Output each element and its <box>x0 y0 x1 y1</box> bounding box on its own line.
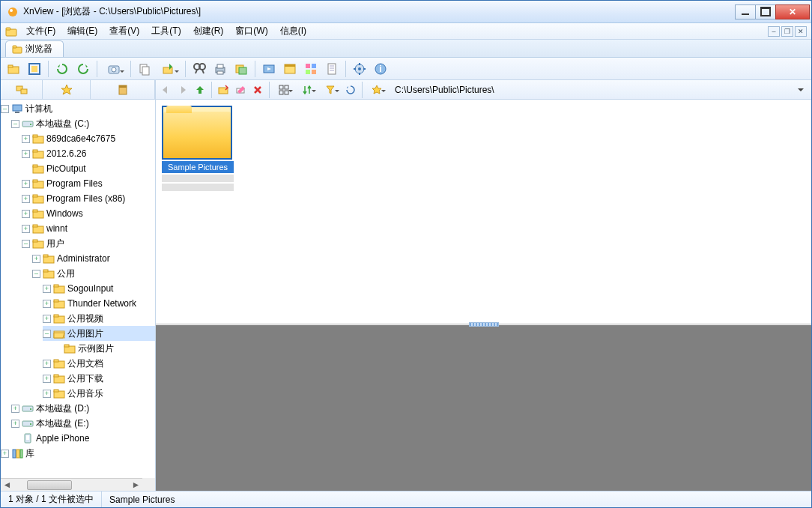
svg-rect-48 <box>15 112 19 113</box>
splitter-handle[interactable] <box>469 322 499 327</box>
folder-open-icon <box>53 327 65 339</box>
menu-window[interactable]: 窗口(W) <box>229 23 273 39</box>
svg-rect-21 <box>217 71 223 74</box>
svg-rect-85 <box>54 390 58 392</box>
folders-icon[interactable] <box>13 82 30 98</box>
tree-hscroll[interactable]: ◄► <box>1 478 142 491</box>
thumbnail-area[interactable]: Sample Pictures <box>156 100 811 324</box>
device-icon <box>22 432 34 444</box>
svg-rect-74 <box>54 300 58 302</box>
folder-icon <box>32 133 44 145</box>
maximize-button[interactable] <box>755 4 776 19</box>
back-button[interactable] <box>157 82 174 98</box>
window: XnView - [浏览器 - C:\Users\Public\Pictures… <box>0 0 812 508</box>
favorites-icon[interactable] <box>58 82 75 98</box>
contact-sheet-button[interactable] <box>301 59 321 79</box>
search-button[interactable] <box>190 59 209 79</box>
svg-rect-70 <box>43 270 48 272</box>
menu-tools[interactable]: 工具(T) <box>145 23 187 39</box>
tab-browser[interactable]: 浏览器 <box>5 40 64 57</box>
svg-rect-94 <box>20 450 22 458</box>
window-title: XnView - [浏览器 - C:\Users\Public\Pictures… <box>23 5 736 18</box>
menu-view[interactable]: 查看(V) <box>103 23 145 39</box>
tree-label: Apple iPhone <box>36 433 89 444</box>
export-button[interactable] <box>156 59 181 79</box>
mdi-controls: – ❐ ✕ <box>768 26 807 37</box>
folder-icon <box>32 178 44 190</box>
rename-button[interactable] <box>232 82 249 98</box>
folder-icon <box>32 148 44 160</box>
open-button[interactable] <box>4 59 23 79</box>
menu-edit[interactable]: 编辑(E) <box>61 23 103 39</box>
menu-create[interactable]: 创建(R) <box>187 23 230 39</box>
svg-rect-76 <box>54 315 58 317</box>
window-controls <box>736 4 810 19</box>
mdi-restore[interactable]: ❐ <box>781 26 793 37</box>
tree-label: 公用图片 <box>67 327 103 340</box>
fullscreen-button[interactable] <box>25 59 44 79</box>
minimize-button[interactable] <box>735 4 756 19</box>
menu-file[interactable]: 文件(F) <box>20 23 61 39</box>
settings-button[interactable] <box>350 59 369 79</box>
rotate-right-button[interactable] <box>73 59 93 79</box>
svg-rect-81 <box>54 360 58 362</box>
close-button[interactable] <box>775 4 810 19</box>
computer-icon <box>11 103 23 115</box>
about-button[interactable]: i <box>371 59 390 79</box>
new-folder-button[interactable] <box>215 82 231 98</box>
folder-icon <box>32 238 44 250</box>
forward-button[interactable] <box>175 82 191 98</box>
tree-label: 公用 <box>57 267 75 280</box>
folder-icon <box>32 223 44 235</box>
svg-rect-31 <box>328 64 336 74</box>
webpage-button[interactable] <box>280 59 300 79</box>
svg-rect-46 <box>119 85 127 88</box>
folder-tree[interactable]: –计算机 –本地磁盘 (C:) +869dca6e4c7675 +2012.6.… <box>1 100 155 478</box>
svg-rect-20 <box>217 64 223 68</box>
toolbar-sep <box>97 61 97 77</box>
slideshow-button[interactable] <box>259 59 279 79</box>
titlebar: XnView - [浏览器 - C:\Users\Public\Pictures… <box>1 1 811 23</box>
svg-rect-72 <box>54 285 58 287</box>
print-button[interactable] <box>210 59 230 79</box>
thumbnail-label: Sample Pictures <box>162 161 234 173</box>
folder-tree-container: –计算机 –本地磁盘 (C:) +869dca6e4c7675 +2012.6.… <box>1 100 155 491</box>
tree-label: 用户 <box>46 238 64 250</box>
tree-label: Windows <box>46 208 83 219</box>
tree-label: SogouInput <box>67 283 113 294</box>
filter-button[interactable] <box>319 82 342 98</box>
toolbar-sep <box>269 82 270 98</box>
tree-label: 公用下载 <box>67 372 103 385</box>
menu-info[interactable]: 信息(I) <box>274 23 312 39</box>
mdi-close[interactable]: ✕ <box>795 26 807 37</box>
favorite-button[interactable] <box>366 82 388 98</box>
tree-label: 869dca6e4c7675 <box>46 133 115 144</box>
tree-label: 公用视频 <box>67 312 103 325</box>
view-mode-button[interactable] <box>273 82 295 98</box>
folder-panel: –计算机 –本地磁盘 (C:) +869dca6e4c7675 +2012.6.… <box>1 80 156 491</box>
svg-rect-68 <box>43 255 48 257</box>
copy-button[interactable] <box>135 59 154 79</box>
path-display[interactable]: C:\Users\Public\Pictures\ <box>395 85 797 95</box>
svg-rect-49 <box>22 121 33 127</box>
svg-point-87 <box>30 408 31 410</box>
up-button[interactable] <box>192 82 208 98</box>
toolbar-sep <box>130 61 131 77</box>
tree-label: winnt <box>46 223 67 234</box>
batch-convert-button[interactable] <box>231 59 251 79</box>
multipage-button[interactable] <box>322 59 342 79</box>
delete-button[interactable] <box>249 82 266 98</box>
svg-rect-44 <box>21 89 27 94</box>
sort-button[interactable] <box>296 82 318 98</box>
thumbnail-item[interactable]: Sample Pictures <box>162 106 234 191</box>
path-dropdown-icon[interactable] <box>798 88 804 94</box>
refresh-button[interactable] <box>342 82 359 98</box>
tree-label: Administrator <box>57 253 110 264</box>
categories-icon[interactable] <box>115 82 131 98</box>
svg-point-89 <box>30 423 31 425</box>
rotate-left-button[interactable] <box>52 59 72 79</box>
folder-icon <box>32 193 44 205</box>
mdi-minimize[interactable]: – <box>768 26 780 37</box>
acquire-button[interactable] <box>101 59 127 79</box>
svg-rect-9 <box>31 66 37 72</box>
